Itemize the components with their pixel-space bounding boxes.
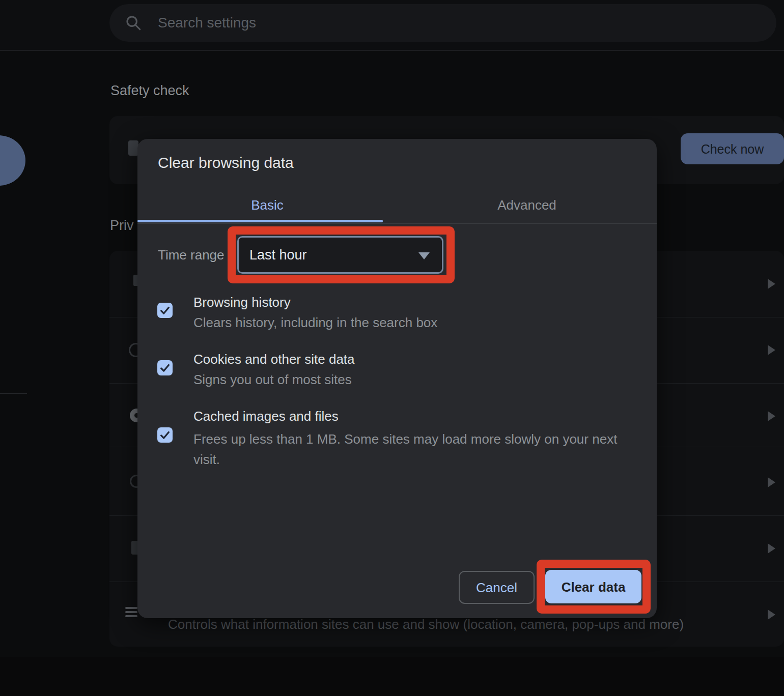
chevron-right-icon[interactable]: [768, 543, 775, 554]
chevron-right-icon[interactable]: [768, 411, 775, 421]
header-divider: [0, 50, 784, 51]
search-icon: [125, 14, 142, 32]
checkmark-icon: [159, 429, 171, 441]
checkbox-description: Clears history, including in the search …: [193, 315, 437, 331]
checkmark-icon: [159, 362, 171, 373]
active-tab-underline: [137, 220, 383, 222]
cookies-checkbox[interactable]: [157, 360, 173, 375]
search-input[interactable]: Search settings: [109, 4, 776, 42]
chevron-right-icon[interactable]: [768, 610, 775, 620]
tune-icon: [125, 606, 138, 618]
checkmark-icon: [159, 305, 171, 316]
check-now-button[interactable]: Check now: [681, 133, 784, 164]
annotation-box-clear-data: [537, 560, 651, 614]
privacy-heading-partial: Priv: [110, 218, 134, 234]
search-placeholder: Search settings: [158, 4, 256, 42]
tab-advanced[interactable]: Advanced: [397, 192, 657, 218]
chevron-right-icon[interactable]: [768, 477, 775, 487]
browsing-history-checkbox[interactable]: [157, 303, 173, 318]
cancel-button[interactable]: Cancel: [459, 571, 535, 604]
site-settings-description: Controls what information sites can use …: [168, 617, 684, 632]
cached-images-checkbox[interactable]: [157, 427, 173, 443]
checkbox-label: Cached images and files: [193, 409, 339, 424]
clear-browsing-data-dialog: Clear browsing data Basic Advanced Time …: [137, 139, 657, 618]
sidebar-divider: [0, 393, 27, 394]
tabs-divider: [137, 223, 657, 224]
shield-icon: [128, 140, 138, 156]
time-range-label: Time range: [158, 247, 225, 263]
checkbox-description: Signs you out of most sites: [193, 372, 352, 388]
page-bottom-strip: [0, 657, 784, 696]
tab-basic[interactable]: Basic: [137, 192, 397, 218]
checkbox-label: Cookies and other site data: [193, 352, 355, 367]
chrome-settings-screen: Search settings Safety check Check now P…: [0, 0, 784, 696]
chevron-right-icon[interactable]: [768, 345, 775, 355]
nav-highlight-circle: [0, 135, 25, 186]
chevron-right-icon[interactable]: [768, 279, 775, 289]
checkbox-label: Browsing history: [193, 295, 291, 310]
checkbox-description: Frees up less than 1 MB. Some sites may …: [193, 429, 641, 470]
annotation-box-time-range: [228, 226, 455, 283]
safety-check-heading: Safety check: [110, 83, 189, 99]
dialog-title: Clear browsing data: [158, 154, 294, 171]
